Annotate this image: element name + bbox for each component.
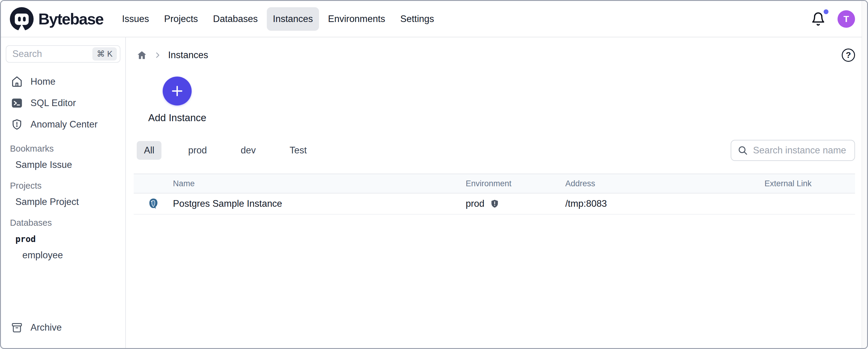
breadcrumb: Instances [137,50,208,61]
scrollbar[interactable] [862,1,867,348]
main-content: Instances ? Add Instance All prod dev [126,37,867,348]
sidebar-footer: Archive [6,318,120,339]
brand-name: Bytebase [38,10,103,28]
breadcrumb-current: Instances [168,50,208,61]
bookmark-sample-issue[interactable]: Sample Issue [6,157,120,173]
filter-row: All prod dev Test [134,140,855,161]
help-icon[interactable]: ? [842,48,855,62]
instance-search[interactable] [731,140,855,161]
sidebar-search-input[interactable] [12,48,92,59]
sidebar-search[interactable]: ⌘ K [6,45,120,63]
home-icon [11,76,23,88]
topbar-right: T [811,10,855,28]
instance-name[interactable]: Postgres Sample Instance [173,198,466,209]
tab-dev[interactable]: dev [234,141,263,160]
shield-protected-icon [490,199,499,209]
search-icon [737,145,748,156]
address-cell: /tmp:8083 [565,198,765,209]
table-row[interactable]: Postgres Sample Instance prod /tmp:8083 [134,194,855,215]
archive-icon [11,322,23,333]
table-header: Name Environment Address External Link [134,174,855,194]
user-avatar[interactable]: T [838,10,855,28]
col-external-link: External Link [765,179,855,188]
notifications-button[interactable] [811,11,826,27]
project-sample-project[interactable]: Sample Project [6,194,120,210]
environment-tabs: All prod dev Test [134,141,314,160]
col-address: Address [565,179,765,188]
sidebar-item-archive[interactable]: Archive [6,318,120,338]
tab-all[interactable]: All [137,141,161,160]
instance-table: Name Environment Address External Link P… [134,174,855,215]
tab-test[interactable]: Test [282,141,314,160]
engine-cell [134,198,173,210]
database-env-prod[interactable]: prod [6,231,120,247]
section-label-databases: Databases [10,218,120,228]
sidebar-nav: Home SQL Editor Anomal [6,72,120,136]
add-instance-circle[interactable] [163,76,192,105]
shield-alert-icon [11,119,23,130]
bytebase-logo[interactable]: Bytebase [9,7,103,31]
environment-cell: prod [466,198,565,209]
sidebar-item-label: Home [30,76,56,87]
environment-value: prod [466,198,485,209]
sidebar-item-label: SQL Editor [30,98,76,108]
bell-icon [811,11,826,27]
main-nav: Issues Projects Databases Instances Envi… [116,7,440,31]
breadcrumb-home-icon[interactable] [137,50,147,60]
sidebar-item-label: Archive [30,322,62,333]
nav-settings[interactable]: Settings [394,7,440,31]
search-shortcut-badge: ⌘ K [92,47,117,61]
col-name: Name [173,179,466,188]
database-employee[interactable]: employee [6,247,120,264]
col-environment: Environment [466,179,565,188]
section-label-projects: Projects [10,181,120,191]
breadcrumb-row: Instances ? [134,37,855,73]
bytebase-mascot-icon [9,7,34,31]
app-window: Bytebase Issues Projects Databases Insta… [0,0,868,349]
sidebar-item-home[interactable]: Home [6,72,120,92]
body: ⌘ K Home SQL Editor [1,37,867,348]
nav-projects[interactable]: Projects [158,7,204,31]
sidebar-item-label: Anomaly Center [30,119,97,130]
add-instance-label: Add Instance [148,112,207,124]
section-label-bookmarks: Bookmarks [10,144,120,154]
terminal-icon [11,97,23,109]
plus-icon [170,84,184,98]
notification-dot [824,9,829,14]
instance-search-input[interactable] [753,145,848,156]
postgresql-icon [147,198,160,210]
chevron-right-icon [154,51,161,59]
sidebar: ⌘ K Home SQL Editor [1,37,126,348]
sidebar-item-sql-editor[interactable]: SQL Editor [6,93,120,113]
tab-prod[interactable]: prod [181,141,214,160]
sidebar-item-anomaly-center[interactable]: Anomaly Center [6,114,120,134]
add-instance-button[interactable]: Add Instance [148,76,207,124]
nav-databases[interactable]: Databases [207,7,264,31]
nav-environments[interactable]: Environments [322,7,392,31]
nav-issues[interactable]: Issues [116,7,155,31]
nav-instances[interactable]: Instances [267,7,319,31]
top-bar: Bytebase Issues Projects Databases Insta… [1,1,867,37]
